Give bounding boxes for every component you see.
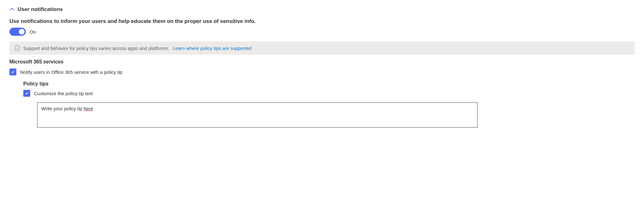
section-header[interactable]: User notifications [9,6,635,13]
notifications-toggle[interactable] [9,28,26,36]
section-title: User notifications [18,6,63,13]
info-link[interactable]: Learn where policy tips are supported [173,46,251,51]
check-icon [25,91,29,95]
policy-tip-textarea[interactable]: Write your policy tip here [37,102,478,128]
notify-users-row: Notify users in Office 365 service with … [9,68,635,75]
customize-tip-label: Customize the policy tip text [34,91,93,96]
textarea-underlined: here [84,106,93,111]
info-text: Support and behavior for policy tips var… [23,46,169,51]
notify-users-checkbox[interactable] [9,68,16,75]
notify-users-label: Notify users in Office 365 service with … [20,69,122,75]
chevron-up-icon [9,7,14,13]
customize-tip-row: Customize the policy tip text [23,90,635,97]
toggle-label: On [30,29,36,35]
textarea-text: Write your policy tip [41,106,84,111]
notifications-toggle-row: On [9,28,635,36]
toggle-knob [19,29,25,35]
policy-tips-title: Policy tips [23,81,635,87]
m365-services-title: Microsoft 365 services [9,59,635,65]
check-icon [11,70,15,74]
customize-tip-checkbox[interactable] [23,90,30,97]
info-bar: i Support and behavior for policy tips v… [9,41,635,55]
info-icon: i [14,45,20,51]
policy-tips-section: Policy tips Customize the policy tip tex… [23,81,635,128]
section-description: Use notifications to inform your users a… [9,18,635,25]
